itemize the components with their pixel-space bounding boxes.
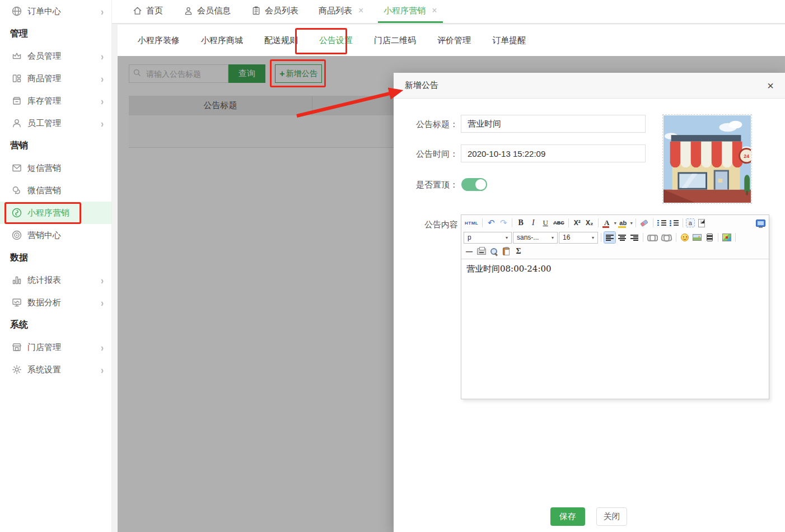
- align-center-icon: [618, 234, 626, 241]
- horizontal-rule-button[interactable]: —: [464, 246, 475, 257]
- sidebar-item-data-analysis[interactable]: 数据分析 ›: [0, 291, 111, 314]
- sidebar-item-miniprogram-marketing[interactable]: 小程序营销: [0, 202, 111, 224]
- sidebar-section-title: 系统: [0, 314, 111, 336]
- print-button[interactable]: [476, 246, 487, 257]
- close-icon[interactable]: ×: [767, 80, 774, 91]
- redo-icon[interactable]: ↷: [498, 217, 509, 228]
- wechat-icon: [11, 185, 22, 196]
- sidebar-item-member-mgmt[interactable]: 会员管理 ›: [0, 45, 111, 67]
- announcement-title-field[interactable]: [461, 115, 646, 133]
- subtab-delivery-rules[interactable]: 配送规则: [263, 33, 299, 48]
- anchor-button[interactable]: a: [686, 218, 695, 227]
- sidebar: 订单中心 › 管理 会员管理 › 商品管理 › 库存管理 › 员工管理 › 营销…: [0, 0, 112, 532]
- subtab-miniprogram-mall[interactable]: 小程序商城: [200, 33, 244, 48]
- undo-icon[interactable]: ↶: [485, 217, 497, 228]
- tab-member-info[interactable]: 会员信息: [177, 0, 236, 23]
- italic-button[interactable]: I: [527, 217, 539, 228]
- sidebar-item-order-center[interactable]: 订单中心 ›: [0, 0, 111, 22]
- sidebar-item-goods-mgmt[interactable]: 商品管理 ›: [0, 67, 111, 90]
- source-html-button[interactable]: HTML: [464, 217, 479, 228]
- clipboard-icon: [503, 248, 510, 255]
- chevron-right-icon: ›: [101, 296, 104, 308]
- sidebar-item-label: 数据分析: [27, 297, 61, 308]
- tab-label: 首页: [146, 6, 163, 16]
- sidebar-item-marketing-center[interactable]: 营销中心: [0, 224, 111, 246]
- modal-header: 新增公告 ×: [394, 73, 785, 99]
- ordered-list-button[interactable]: [656, 217, 667, 228]
- sidebar-item-sms-marketing[interactable]: 短信营销: [0, 157, 111, 179]
- insert-video-button[interactable]: [704, 232, 715, 243]
- printer-icon: [477, 248, 486, 255]
- tab-member-list[interactable]: 会员列表: [245, 0, 304, 23]
- close-icon[interactable]: ×: [358, 6, 363, 16]
- subtab-miniprogram-decorate[interactable]: 小程序装修: [137, 33, 181, 48]
- sidebar-item-staff-mgmt[interactable]: 员工管理 ›: [0, 112, 111, 134]
- chevron-right-icon: ›: [101, 274, 104, 286]
- sidebar-item-label: 微信营销: [27, 185, 61, 196]
- font-size-select[interactable]: 16▾: [559, 232, 598, 244]
- subscript-button[interactable]: X₂: [584, 217, 595, 228]
- storefront-illustration[interactable]: 24: [662, 114, 752, 204]
- underline-button[interactable]: U: [540, 217, 551, 228]
- sidebar-item-store-mgmt[interactable]: 门店管理 ›: [0, 336, 111, 358]
- subtab-order-reminder[interactable]: 订单提醒: [491, 33, 527, 48]
- remove-format-button[interactable]: [639, 217, 650, 228]
- align-center-button[interactable]: [616, 232, 628, 243]
- sidebar-item-system-settings[interactable]: 系统设置 ›: [0, 358, 111, 381]
- insert-link-button[interactable]: [646, 232, 659, 243]
- image-manager-button[interactable]: [721, 232, 732, 243]
- pin-top-toggle[interactable]: [461, 178, 487, 191]
- sidebar-item-inventory-mgmt[interactable]: 库存管理 ›: [0, 90, 111, 112]
- font-family-select[interactable]: sans-...▾: [513, 232, 558, 244]
- sidebar-item-label: 订单中心: [27, 6, 61, 17]
- magnifier-preview-icon: [490, 248, 498, 256]
- tab-goods-list[interactable]: 商品列表 ×: [313, 0, 369, 23]
- font-color-button[interactable]: A: [601, 217, 613, 228]
- sidebar-item-label: 会员管理: [27, 51, 61, 62]
- smiley-icon: [681, 234, 689, 241]
- subtab-store-qrcode[interactable]: 门店二维码: [373, 33, 417, 48]
- announcement-time-label: 公告时间：: [401, 149, 458, 160]
- bold-button[interactable]: B: [515, 217, 526, 228]
- inventory-box-icon: [11, 95, 22, 106]
- new-page-button[interactable]: [696, 217, 707, 228]
- subtab-review-mgmt[interactable]: 评价管理: [436, 33, 472, 48]
- emoticon-button[interactable]: [679, 232, 690, 243]
- chevron-right-icon: ›: [101, 5, 104, 17]
- remove-link-button[interactable]: [660, 232, 673, 243]
- modal-title: 新增公告: [405, 80, 438, 91]
- close-button[interactable]: 关闭: [596, 507, 627, 526]
- chevron-right-icon: ›: [101, 341, 104, 353]
- close-icon[interactable]: ×: [432, 6, 437, 16]
- insert-image-button[interactable]: [691, 232, 703, 243]
- chevron-right-icon: ›: [101, 117, 104, 129]
- align-right-button[interactable]: [629, 232, 640, 243]
- editor-content[interactable]: 营业时间08:00-24:00: [461, 259, 769, 399]
- highlight-color-button[interactable]: ab: [618, 217, 629, 228]
- superscript-button[interactable]: X²: [572, 217, 583, 228]
- save-button[interactable]: 保存: [550, 507, 585, 526]
- unordered-list-button[interactable]: [669, 217, 680, 228]
- paste-button[interactable]: [501, 246, 512, 257]
- align-left-button[interactable]: [604, 232, 615, 243]
- sidebar-item-label: 小程序营销: [27, 208, 69, 218]
- announcement-time-field[interactable]: [461, 144, 646, 162]
- mail-icon: [11, 162, 22, 174]
- paragraph-format-select[interactable]: p▾: [464, 232, 512, 244]
- sidebar-item-label: 短信营销: [27, 163, 61, 174]
- subtab-announcement-settings[interactable]: 公告设置: [318, 33, 354, 48]
- chevron-down-icon[interactable]: ▾: [630, 221, 633, 226]
- image-manager-icon: [722, 234, 731, 241]
- chevron-down-icon[interactable]: ▾: [614, 221, 616, 226]
- fullscreen-button[interactable]: [755, 217, 767, 228]
- align-right-icon: [630, 234, 638, 241]
- sidebar-item-wechat-marketing[interactable]: 微信营销: [0, 179, 111, 202]
- tab-miniprogram-marketing[interactable]: 小程序营销 ×: [378, 0, 442, 23]
- tab-home[interactable]: 首页: [127, 0, 169, 23]
- strikethrough-button[interactable]: ABC: [552, 217, 566, 228]
- chevron-down-icon: ▾: [506, 235, 508, 240]
- formula-button[interactable]: Σ: [513, 246, 524, 257]
- bar-chart-icon: [11, 274, 22, 286]
- sidebar-item-statistics-report[interactable]: 统计报表 ›: [0, 269, 111, 291]
- preview-button[interactable]: [488, 246, 499, 257]
